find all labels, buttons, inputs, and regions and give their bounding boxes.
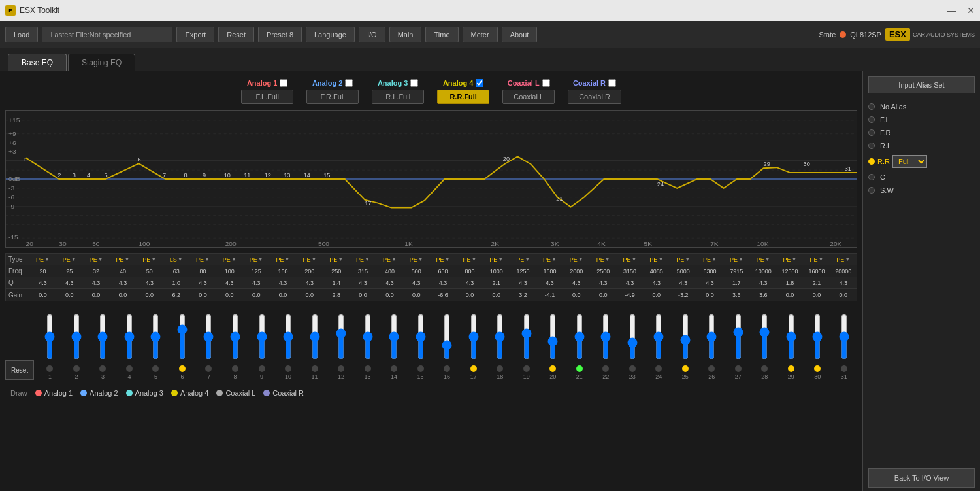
slider-8[interactable] bbox=[230, 314, 240, 360]
slider-26[interactable] bbox=[706, 314, 717, 360]
band-dot-18[interactable] bbox=[497, 365, 503, 372]
band-dot-30[interactable] bbox=[814, 365, 821, 372]
draw-analog2[interactable]: Analog 2 bbox=[80, 389, 118, 397]
band-dot-4[interactable] bbox=[126, 365, 133, 372]
slider-21[interactable] bbox=[574, 314, 585, 360]
band-dot-14[interactable] bbox=[391, 365, 397, 372]
band-dot-20[interactable] bbox=[549, 365, 556, 372]
type-cell-27[interactable]: PE▼ bbox=[723, 256, 750, 263]
analog4-button[interactable]: R.R.Full bbox=[437, 90, 489, 104]
slider-23[interactable] bbox=[627, 314, 638, 360]
type-cell-4[interactable]: PE▼ bbox=[110, 256, 137, 263]
slider-13[interactable] bbox=[363, 314, 373, 360]
type-cell-21[interactable]: PE▼ bbox=[563, 256, 590, 263]
type-cell-14[interactable]: PE▼ bbox=[376, 256, 403, 263]
about-button[interactable]: About bbox=[502, 27, 538, 42]
band-dot-7[interactable] bbox=[205, 365, 212, 372]
minimize-button[interactable]: — bbox=[947, 5, 956, 16]
slider-14[interactable] bbox=[389, 314, 399, 360]
band-dot-19[interactable] bbox=[523, 365, 530, 372]
band-dot-22[interactable] bbox=[602, 365, 609, 372]
slider-7[interactable] bbox=[203, 314, 214, 360]
eq-reset-button[interactable]: Reset bbox=[5, 360, 34, 380]
band-dot-6[interactable] bbox=[179, 365, 186, 372]
type-cell-15[interactable]: PE▼ bbox=[403, 256, 430, 263]
band-dot-10[interactable] bbox=[285, 365, 291, 372]
analog1-button[interactable]: F.L.Full bbox=[241, 90, 293, 104]
draw-analog3[interactable]: Analog 3 bbox=[126, 389, 163, 397]
draw-coaxl[interactable]: Coaxial L bbox=[216, 389, 255, 397]
coaxl-checkbox[interactable] bbox=[542, 79, 550, 87]
type-cell-12[interactable]: PE▼ bbox=[323, 256, 350, 263]
type-cell-7[interactable]: PE▼ bbox=[189, 256, 216, 263]
slider-1[interactable] bbox=[44, 314, 55, 360]
band-dot-24[interactable] bbox=[655, 365, 662, 372]
slider-9[interactable] bbox=[257, 314, 267, 360]
analog3-button[interactable]: R.L.Full bbox=[372, 90, 424, 104]
type-cell-24[interactable]: PE▼ bbox=[643, 256, 670, 263]
type-cell-1[interactable]: PE▼ bbox=[29, 256, 56, 263]
slider-3[interactable] bbox=[97, 314, 108, 360]
type-cell-23[interactable]: PE▼ bbox=[617, 256, 644, 263]
slider-19[interactable] bbox=[521, 314, 532, 360]
reset-button[interactable]: Reset bbox=[218, 27, 254, 42]
slider-10[interactable] bbox=[283, 314, 293, 360]
band-dot-15[interactable] bbox=[417, 365, 424, 372]
coaxr-button[interactable]: Coaxial R bbox=[568, 90, 621, 104]
band-dot-23[interactable] bbox=[629, 365, 636, 372]
type-cell-3[interactable]: PE▼ bbox=[83, 256, 110, 263]
slider-12[interactable] bbox=[336, 314, 346, 360]
type-cell-9[interactable]: PE▼ bbox=[243, 256, 270, 263]
type-cell-26[interactable]: PE▼ bbox=[696, 256, 723, 263]
slider-11[interactable] bbox=[310, 314, 320, 360]
slider-28[interactable] bbox=[759, 314, 770, 360]
type-cell-22[interactable]: PE▼ bbox=[590, 256, 617, 263]
back-to-io-button[interactable]: Back To I/O View bbox=[868, 468, 975, 488]
alias-sw[interactable]: S.W bbox=[868, 184, 975, 197]
alias-rr-radio[interactable] bbox=[868, 158, 875, 165]
band-dot-5[interactable] bbox=[152, 365, 159, 372]
language-button[interactable]: Language bbox=[306, 27, 355, 42]
band-dot-12[interactable] bbox=[338, 365, 344, 372]
band-dot-27[interactable] bbox=[735, 365, 742, 372]
close-button[interactable]: ✕ bbox=[967, 5, 975, 16]
band-dot-25[interactable] bbox=[682, 365, 689, 372]
type-cell-25[interactable]: PE▼ bbox=[670, 256, 696, 263]
band-dot-13[interactable] bbox=[365, 365, 371, 372]
alias-rr-dropdown[interactable]: Full Low High bbox=[892, 155, 927, 168]
load-button[interactable]: Load bbox=[5, 27, 38, 42]
band-dot-3[interactable] bbox=[99, 365, 106, 372]
slider-6[interactable] bbox=[177, 314, 188, 360]
type-cell-2[interactable]: PE▼ bbox=[56, 256, 83, 263]
alias-sw-radio[interactable] bbox=[868, 187, 875, 194]
band-dot-17[interactable] bbox=[470, 365, 477, 372]
tab-staging-eq[interactable]: Staging EQ bbox=[68, 54, 135, 71]
slider-15[interactable] bbox=[416, 314, 426, 360]
type-cell-29[interactable]: PE▼ bbox=[777, 256, 804, 263]
export-button[interactable]: Export bbox=[176, 27, 214, 42]
slider-2[interactable] bbox=[71, 314, 82, 360]
type-cell-11[interactable]: PE▼ bbox=[296, 256, 323, 263]
type-cell-17[interactable]: PE▼ bbox=[457, 256, 483, 263]
alias-rl-radio[interactable] bbox=[868, 143, 875, 149]
slider-17[interactable] bbox=[468, 314, 479, 360]
alias-no-alias[interactable]: No Alias bbox=[868, 100, 975, 113]
type-cell-31[interactable]: PE▼ bbox=[830, 256, 857, 263]
slider-20[interactable] bbox=[547, 314, 558, 360]
band-dot-9[interactable] bbox=[259, 365, 265, 372]
alias-fr-radio[interactable] bbox=[868, 129, 875, 136]
alias-rl[interactable]: R.L bbox=[868, 139, 975, 152]
time-button[interactable]: Time bbox=[425, 27, 458, 42]
analog1-checkbox[interactable] bbox=[280, 79, 287, 87]
alias-no-alias-radio[interactable] bbox=[868, 103, 875, 110]
alias-fr[interactable]: F.R bbox=[868, 126, 975, 139]
type-cell-10[interactable]: PE▼ bbox=[270, 256, 297, 263]
eq-graph[interactable]: +15 +9 +6 +3 0dB -3 -6 -9 -15 20 30 50 1… bbox=[5, 110, 857, 248]
type-cell-13[interactable]: PE▼ bbox=[350, 256, 376, 263]
io-button[interactable]: I/O bbox=[359, 27, 385, 42]
analog4-checkbox[interactable] bbox=[476, 79, 483, 87]
alias-c[interactable]: C bbox=[868, 171, 975, 184]
slider-25[interactable] bbox=[680, 314, 691, 360]
band-dot-1[interactable] bbox=[46, 365, 53, 372]
alias-rr[interactable]: R.R Full Low High bbox=[868, 152, 975, 171]
